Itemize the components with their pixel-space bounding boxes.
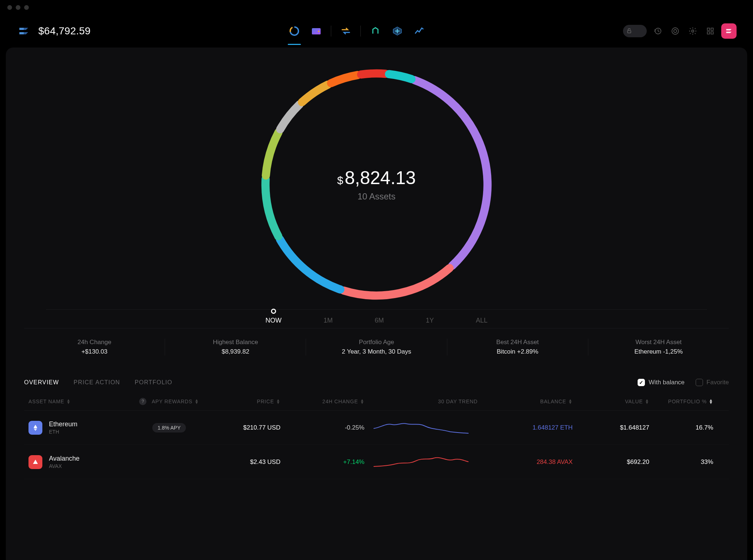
stat-card: Best 24H AssetBitcoin +2.89% — [447, 339, 588, 355]
checkbox-icon: ✓ — [638, 379, 645, 386]
app-header: $64,792.59 — [0, 15, 753, 47]
tab-portfolio[interactable]: PORTFOLIO — [135, 379, 172, 386]
col-trend: 30 DAY TREND — [364, 398, 478, 405]
table-row[interactable]: EthereumETH1.8% APY$210.77 USD-0.25%1.64… — [24, 411, 729, 445]
nav-center — [91, 22, 623, 41]
stat-card: 24h Change+$130.03 — [24, 339, 165, 355]
stat-card: Portfolio Age2 Year, 3 Month, 30 Days — [306, 339, 447, 355]
history-icon[interactable] — [651, 24, 664, 38]
svg-point-3 — [318, 31, 320, 32]
svg-rect-13 — [711, 32, 713, 34]
traffic-light-max[interactable] — [24, 5, 29, 10]
coin-icon — [28, 421, 42, 435]
filter-label: Favorite — [707, 379, 729, 386]
stat-card: Highest Balance$8,939.82 — [165, 339, 306, 355]
nav-divider — [331, 26, 331, 37]
checkbox-icon — [696, 379, 703, 386]
apps-icon[interactable] — [704, 24, 717, 38]
col-price[interactable]: PRICE▲▼ — [204, 398, 280, 405]
svg-point-9 — [692, 30, 694, 32]
col-asset[interactable]: ASSET NAME▲▼ — [28, 398, 134, 405]
nav-wallet[interactable] — [307, 22, 326, 41]
donut-subtitle: 10 Assets — [358, 191, 395, 202]
svg-rect-10 — [707, 28, 710, 30]
col-apy[interactable]: ?APY REWARDS▲▼ — [134, 398, 204, 405]
coin-icon — [28, 455, 42, 469]
col-change[interactable]: 24H CHANGE▲▼ — [280, 398, 364, 405]
lock-toggle[interactable] — [623, 25, 647, 37]
svg-rect-5 — [628, 31, 631, 33]
timeline-6m[interactable]: 6M — [375, 309, 384, 324]
nav-divider — [360, 26, 361, 37]
svg-rect-12 — [707, 32, 710, 34]
svg-point-8 — [674, 30, 677, 33]
table-body: EthereumETH1.8% APY$210.77 USD-0.25%1.64… — [24, 411, 729, 479]
nav-staking[interactable] — [366, 22, 385, 41]
filter-label: With balance — [649, 379, 684, 386]
donut-amount: $ 8,824.13 — [337, 167, 416, 188]
nav-trends[interactable] — [410, 22, 429, 41]
svg-rect-11 — [711, 28, 713, 30]
filter-favorite[interactable]: Favorite — [696, 379, 729, 386]
tab-price-action[interactable]: PRICE ACTION — [74, 379, 120, 386]
tabs-row: OVERVIEWPRICE ACTIONPORTFOLIO ✓ With bal… — [24, 366, 729, 393]
col-pct[interactable]: PORTFOLIO %▲▼ — [649, 398, 713, 405]
nav-swap[interactable] — [336, 22, 355, 41]
profile-badge[interactable] — [721, 23, 737, 39]
settings-icon[interactable] — [686, 24, 699, 38]
nav-add[interactable] — [388, 22, 407, 41]
window-titlebar — [0, 0, 753, 15]
table-row[interactable]: AvalancheAVAX$2.43 USD+7.14%284.38 AVAX$… — [24, 445, 729, 479]
svg-point-7 — [672, 28, 679, 34]
timeline-1m[interactable]: 1M — [324, 309, 333, 324]
stat-card: Worst 24H AssetEthereum -1,25% — [588, 339, 729, 355]
filter-with-balance[interactable]: ✓ With balance — [638, 379, 684, 386]
traffic-light-close[interactable] — [7, 5, 12, 10]
stats-row: 24h Change+$130.03Highest Balance$8,939.… — [24, 328, 729, 366]
tabs: OVERVIEWPRICE ACTIONPORTFOLIO — [24, 379, 172, 386]
support-icon[interactable] — [669, 24, 682, 38]
timeline-1y[interactable]: 1Y — [426, 309, 434, 324]
portfolio-donut: $ 8,824.13 10 Assets — [24, 60, 729, 305]
col-balance[interactable]: BALANCE▲▼ — [478, 398, 573, 405]
app-logo — [16, 24, 31, 38]
col-value[interactable]: VALUE▲▼ — [573, 398, 649, 405]
timeline: NOW1M6M1YALL — [24, 305, 729, 328]
timeline-all[interactable]: ALL — [476, 309, 488, 324]
main-content: $ 8,824.13 10 Assets NOW1M6M1YALL 24h Ch… — [6, 47, 747, 560]
tab-overview[interactable]: OVERVIEW — [24, 379, 59, 386]
total-balance: $64,792.59 — [38, 25, 91, 37]
table-header: ASSET NAME▲▼ ?APY REWARDS▲▼ PRICE▲▼ 24H … — [24, 393, 729, 411]
timeline-now[interactable]: NOW — [265, 309, 282, 324]
traffic-light-min[interactable] — [16, 5, 20, 10]
nav-portfolio[interactable] — [285, 22, 304, 41]
